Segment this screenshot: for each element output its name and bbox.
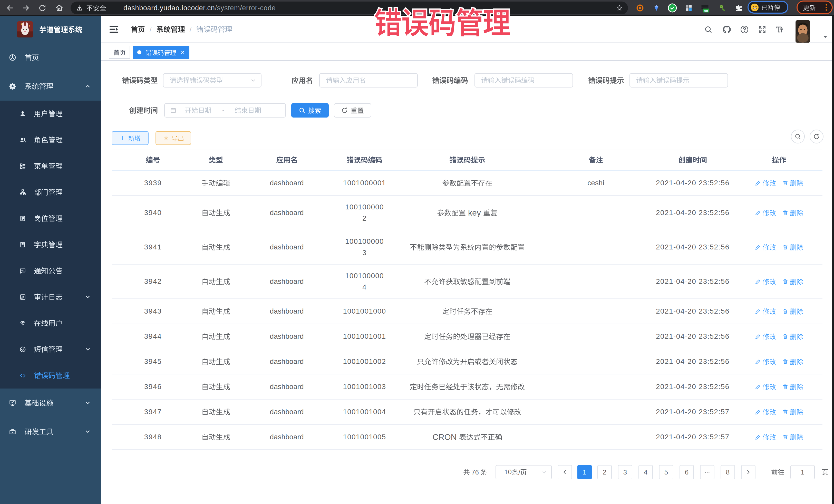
svg-text:on: on — [704, 9, 708, 13]
